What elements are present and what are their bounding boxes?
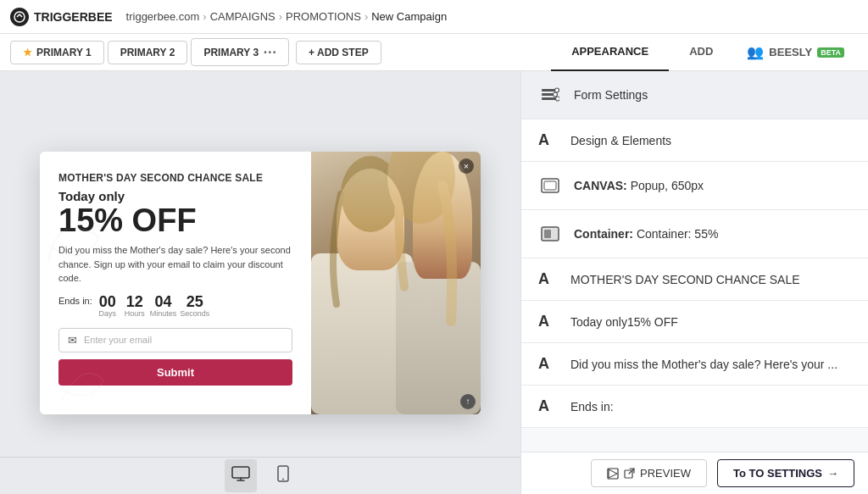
- days-number: 00: [99, 294, 116, 309]
- popup-email-field[interactable]: ✉ Enter your email: [58, 328, 292, 352]
- container-icon: [538, 222, 562, 246]
- popup-preview: × MOTHER'S DAY SECOND CHANCE SALE Today …: [40, 152, 481, 414]
- email-placeholder: Enter your email: [84, 335, 152, 345]
- countdown-hours: 12 Hours: [123, 294, 147, 318]
- popup-left: MOTHER'S DAY SECOND CHANCE SALE Today on…: [40, 152, 311, 414]
- breadcrumb: triggerbee.com › CAMPAIGNS › PROMOTIONS …: [126, 10, 448, 23]
- device-switcher: [0, 457, 520, 494]
- panel-canvas[interactable]: CANVAS: Popup, 650px: [521, 162, 868, 210]
- right-panel: Form Settings A Design & Elements CANVAS…: [520, 71, 868, 494]
- text2-a-icon: A: [538, 313, 559, 330]
- breadcrumb-promotions: PROMOTIONS: [286, 10, 361, 23]
- text3-a-icon: A: [538, 355, 559, 373]
- svg-point-11: [556, 97, 560, 101]
- days-label: Days: [98, 309, 116, 318]
- panel-text3[interactable]: A Did you miss the Mother's day sale? He…: [521, 343, 868, 386]
- preview-label: PREVIEW: [640, 467, 691, 480]
- text2-label: Today only15% OFF: [570, 315, 678, 329]
- text1-label: MOTHER'S DAY SECOND CHANCE SALE: [570, 273, 800, 286]
- svg-point-9: [555, 88, 559, 92]
- tab-appearance[interactable]: APPEARANCE: [551, 34, 669, 71]
- minutes-number: 04: [154, 294, 171, 309]
- design-elements-label: Design & Elements: [570, 134, 671, 147]
- tab-primary2[interactable]: PRIMARY 2: [108, 41, 188, 64]
- seconds-label: Seconds: [180, 309, 209, 318]
- popup-close-button[interactable]: ×: [459, 158, 474, 174]
- canvas-area: × MOTHER'S DAY SECOND CHANCE SALE Today …: [0, 71, 520, 494]
- add-step-label: + ADD STEP: [309, 47, 369, 58]
- popup-today-text: Today only: [58, 189, 292, 203]
- tab-appearance-label: APPEARANCE: [571, 45, 648, 58]
- to-settings-label: To TO SETTINGS: [733, 467, 822, 480]
- text3-label: Did you miss the Mother's day sale? Here…: [570, 358, 837, 371]
- text4-label: Ends in:: [570, 400, 614, 414]
- svg-point-10: [554, 92, 558, 97]
- tabbar: ★ PRIMARY 1 PRIMARY 2 PRIMARY 3 ⋯ + ADD …: [0, 34, 868, 71]
- panel-text4[interactable]: A Ends in:: [521, 386, 868, 428]
- dots-icon: ⋯: [263, 44, 276, 60]
- seconds-number: 25: [186, 294, 203, 309]
- to-settings-button[interactable]: To TO SETTINGS →: [717, 459, 854, 487]
- canvas-label: CANVAS: Popup, 650px: [574, 179, 704, 192]
- tab-beesly[interactable]: 👥 BEESLY BETA: [733, 34, 858, 71]
- panel-design-elements[interactable]: A Design & Elements: [521, 119, 868, 162]
- text4-a-icon: A: [538, 397, 559, 415]
- mail-icon: ✉: [68, 334, 77, 347]
- panel-text2[interactable]: A Today only15% OFF: [521, 301, 868, 343]
- breadcrumb-site: triggerbee.com: [126, 10, 200, 23]
- desktop-icon[interactable]: [225, 459, 257, 492]
- main: × MOTHER'S DAY SECOND CHANCE SALE Today …: [0, 71, 868, 494]
- popup-countdown: Ends in: 00 Days 12 Hours 04 Minutes 25: [58, 294, 292, 318]
- svg-point-0: [14, 12, 25, 22]
- container-label: Container: Container: 55%: [574, 227, 718, 241]
- topbar: TRIGGERBEE triggerbee.com › CAMPAIGNS › …: [0, 0, 868, 34]
- logo-icon: [10, 8, 29, 26]
- tab-beesly-label: BEESLY: [769, 46, 812, 58]
- breadcrumb-sep2: ›: [279, 10, 282, 23]
- svg-rect-3: [232, 467, 249, 478]
- arrow-icon: →: [827, 467, 838, 480]
- tab-primary2-label: PRIMARY 2: [120, 47, 175, 58]
- tab-primary3-label: PRIMARY 3: [203, 47, 259, 58]
- preview-button[interactable]: PREVIEW: [591, 459, 707, 487]
- svg-point-5: [282, 479, 284, 480]
- panel-container[interactable]: Container: Container: 55%: [521, 210, 868, 258]
- logo-text: TRIGGERBEE: [34, 10, 113, 24]
- ends-label: Ends in:: [58, 294, 92, 306]
- breadcrumb-current: New Campaign: [371, 10, 447, 23]
- add-step-button[interactable]: + ADD STEP: [296, 41, 381, 64]
- tab-primary3[interactable]: PRIMARY 3 ⋯: [191, 38, 289, 66]
- panel-form-settings[interactable]: Form Settings: [521, 71, 868, 119]
- beta-badge: BETA: [817, 47, 844, 58]
- mobile-icon[interactable]: [270, 458, 296, 493]
- countdown-days: 00 Days: [96, 294, 120, 318]
- hours-number: 12: [126, 294, 143, 309]
- tab-primary1[interactable]: ★ PRIMARY 1: [10, 41, 104, 64]
- breadcrumb-campaigns: CAMPAIGNS: [210, 10, 275, 23]
- canvas-icon: [538, 174, 562, 197]
- breadcrumb-sep3: ›: [364, 10, 368, 23]
- popup-image: ↑: [311, 152, 481, 414]
- tab-add[interactable]: ADD: [669, 34, 733, 71]
- logo: TRIGGERBEE: [10, 8, 113, 26]
- hours-label: Hours: [125, 309, 145, 318]
- svg-rect-7: [542, 93, 554, 96]
- countdown-minutes: 04 Minutes: [150, 294, 177, 318]
- breadcrumb-sep1: ›: [203, 10, 206, 23]
- minutes-label: Minutes: [150, 309, 177, 318]
- popup-headline: MOTHER'S DAY SECOND CHANCE SALE: [58, 172, 292, 184]
- popup-anchor-icon: ↑: [460, 394, 476, 409]
- tab-add-label: ADD: [689, 45, 713, 58]
- tab-primary1-label: PRIMARY 1: [36, 47, 92, 58]
- popup-photo: [311, 152, 481, 414]
- text1-a-icon: A: [538, 270, 559, 288]
- design-a-icon: A: [538, 131, 559, 149]
- panel-text1[interactable]: A MOTHER'S DAY SECOND CHANCE SALE: [521, 258, 868, 301]
- form-settings-label: Form Settings: [574, 88, 648, 102]
- svg-rect-13: [544, 181, 556, 190]
- form-settings-icon: [538, 83, 562, 107]
- star-icon: ★: [23, 47, 32, 58]
- beesly-icon: 👥: [747, 44, 764, 60]
- action-bar: PREVIEW To TO SETTINGS →: [521, 452, 868, 494]
- right-tabs: APPEARANCE ADD 👥 BEESLY BETA: [551, 34, 858, 71]
